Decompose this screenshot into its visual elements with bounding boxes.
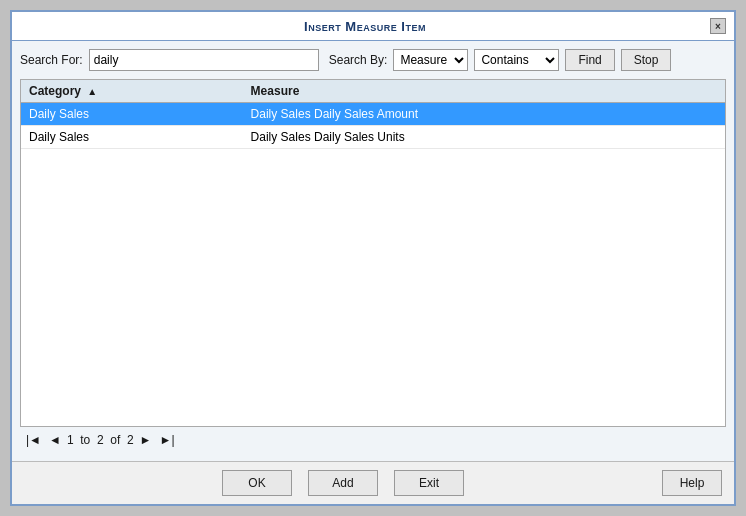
results-table: Category ▲ Measure Daily Sales Daily Sal… — [21, 80, 725, 149]
ok-button[interactable]: OK — [222, 470, 292, 496]
last-page-button[interactable]: ►| — [158, 433, 177, 447]
first-page-button[interactable]: |◄ — [24, 433, 43, 447]
category-cell: Daily Sales — [21, 103, 243, 126]
search-for-label: Search For: — [20, 53, 83, 67]
search-bar: Search For: Search By: Measure Category … — [20, 49, 726, 71]
table-row[interactable]: Daily Sales Daily Sales Daily Sales Amou… — [21, 103, 725, 126]
insert-measure-dialog: Insert Measure Item × Search For: Search… — [10, 10, 736, 506]
results-table-container: Category ▲ Measure Daily Sales Daily Sal… — [20, 79, 726, 427]
stop-button[interactable]: Stop — [621, 49, 672, 71]
search-input[interactable] — [89, 49, 319, 71]
footer-actions: OK Add Exit — [24, 470, 662, 496]
dialog-title: Insert Measure Item — [20, 19, 710, 34]
measure-cell: Daily Sales Daily Sales Units — [243, 126, 725, 149]
category-column-header[interactable]: Category ▲ — [21, 80, 243, 103]
footer: OK Add Exit Help — [12, 461, 734, 504]
measure-cell: Daily Sales Daily Sales Amount — [243, 103, 725, 126]
find-button[interactable]: Find — [565, 49, 614, 71]
help-button[interactable]: Help — [662, 470, 722, 496]
search-by-select[interactable]: Measure Category — [393, 49, 468, 71]
search-by-label: Search By: — [329, 53, 388, 67]
sort-arrow-icon: ▲ — [87, 86, 97, 97]
page-info: 1 to 2 of 2 — [67, 433, 134, 447]
next-page-button[interactable]: ► — [138, 433, 154, 447]
pagination-bar: |◄ ◄ 1 to 2 of 2 ► ►| — [20, 427, 726, 453]
contains-select[interactable]: Contains Starts With Ends With — [474, 49, 559, 71]
dialog-content: Search For: Search By: Measure Category … — [12, 41, 734, 461]
exit-button[interactable]: Exit — [394, 470, 464, 496]
close-button[interactable]: × — [710, 18, 726, 34]
add-button[interactable]: Add — [308, 470, 378, 496]
prev-page-button[interactable]: ◄ — [47, 433, 63, 447]
table-header-row: Category ▲ Measure — [21, 80, 725, 103]
title-bar: Insert Measure Item × — [12, 12, 734, 41]
table-row[interactable]: Daily Sales Daily Sales Daily Sales Unit… — [21, 126, 725, 149]
measure-column-header[interactable]: Measure — [243, 80, 725, 103]
category-cell: Daily Sales — [21, 126, 243, 149]
